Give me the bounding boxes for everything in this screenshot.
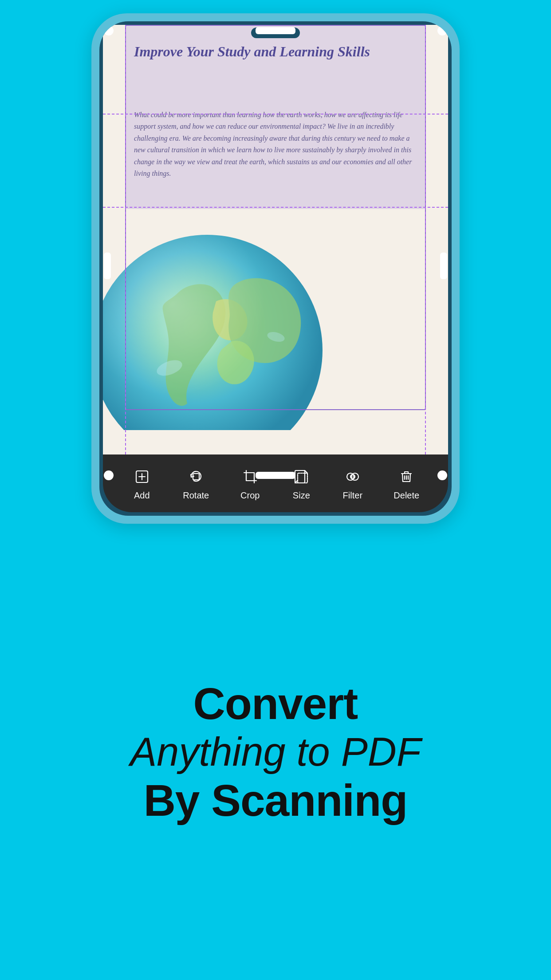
add-icon (132, 466, 152, 487)
handle-right[interactable] (440, 253, 447, 279)
document-area: Improve Your Study and Learning Skills W… (103, 25, 448, 454)
handle-left[interactable] (104, 253, 111, 279)
corner-handle-tr[interactable] (437, 26, 447, 36)
svg-point-4 (103, 235, 323, 430)
toolbar-crop-label: Crop (240, 490, 260, 501)
toolbar-rotate[interactable]: Rotate (176, 463, 216, 504)
handle-top[interactable] (256, 27, 295, 34)
filter-icon (342, 466, 363, 487)
toolbar-add[interactable]: Add (125, 463, 159, 504)
toolbar-add-label: Add (134, 490, 150, 501)
toolbar-size[interactable]: Size (284, 463, 319, 504)
phone-screen: Improve Your Study and Learning Skills W… (99, 21, 452, 516)
document-title: Improve Your Study and Learning Skills (134, 43, 417, 61)
toolbar-size-label: Size (293, 490, 310, 501)
toolbar: Add Rotate (103, 454, 448, 512)
toolbar-delete-label: Delete (394, 490, 419, 501)
convert-line3: By Scanning (144, 776, 408, 825)
svg-rect-12 (246, 473, 254, 481)
convert-line2: Anything to PDF (130, 728, 421, 776)
dashed-line-v1 (125, 25, 126, 454)
dashed-line-v2 (425, 25, 426, 454)
bottom-text-section: Convert Anything to PDF By Scanning (94, 524, 456, 980)
phone-device: Improve Your Study and Learning Skills W… (91, 13, 460, 524)
toolbar-filter-label: Filter (343, 490, 362, 501)
document-body: What could be more important than learni… (134, 109, 417, 179)
dashed-line-h1 (103, 114, 448, 115)
globe-illustration (103, 213, 325, 430)
toolbar-filter[interactable]: Filter (335, 463, 370, 504)
corner-handle-tl[interactable] (104, 26, 114, 36)
toolbar-crop[interactable]: Crop (233, 463, 268, 504)
convert-line1: Convert (193, 679, 358, 728)
rotate-icon (186, 466, 206, 487)
svg-point-17 (350, 474, 355, 479)
dashed-line-h2 (103, 207, 448, 208)
handle-bottom[interactable] (256, 472, 295, 479)
corner-handle-br[interactable] (437, 470, 447, 480)
toolbar-rotate-label: Rotate (183, 490, 209, 501)
toolbar-delete[interactable]: Delete (386, 463, 426, 504)
svg-rect-14 (298, 473, 307, 483)
corner-handle-bl[interactable] (104, 470, 114, 480)
delete-icon (396, 466, 417, 487)
